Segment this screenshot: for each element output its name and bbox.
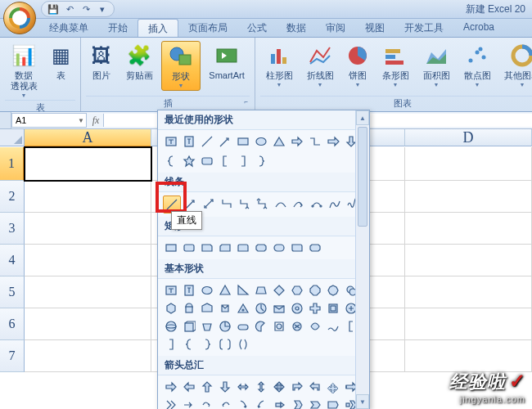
row-header-4[interactable]: 4 — [0, 245, 25, 276]
shapes-button[interactable]: 形状 ▼ — [161, 41, 201, 91]
tab-classic[interactable]: 经典菜单 — [39, 19, 98, 37]
shape-basic-35-icon[interactable] — [199, 336, 215, 353]
shape-star-icon[interactable] — [181, 153, 197, 169]
shape-brace-r-icon[interactable] — [253, 153, 269, 169]
shape-arrow-13-icon[interactable] — [199, 397, 215, 409]
shape-arrow-8-icon[interactable] — [307, 379, 323, 395]
cell-A1[interactable] — [25, 147, 151, 181]
shape-basic-2-icon[interactable] — [199, 282, 215, 299]
other-chart-button[interactable]: 其他图表▼ — [499, 41, 532, 89]
scatter-chart-button[interactable]: 散点图▼ — [458, 41, 496, 89]
shape-connector-icon[interactable] — [307, 133, 323, 150]
tab-view[interactable]: 视图 — [355, 19, 394, 37]
shape-triangle-icon[interactable] — [271, 133, 287, 150]
shape-basic-19-icon[interactable] — [307, 300, 323, 317]
cell-A2[interactable] — [25, 181, 151, 213]
picture-button[interactable]: 🖼 图片 — [86, 41, 117, 83]
shape-basic-20-icon[interactable] — [325, 300, 341, 317]
shape-basic-7-icon[interactable] — [289, 282, 305, 299]
shape-basic-29-icon[interactable] — [289, 318, 305, 335]
shape-rect3-icon[interactable] — [199, 240, 215, 256]
shape-arrow-icon[interactable] — [217, 133, 233, 150]
cell-D1[interactable] — [405, 147, 532, 181]
shape-basic-8-icon[interactable] — [307, 282, 323, 299]
panel-scrollbar[interactable]: ▲ ▼ — [355, 110, 369, 409]
redo-icon[interactable]: ↷ — [79, 2, 92, 16]
shape-textbox-icon[interactable] — [163, 133, 179, 150]
shape-basic-3-icon[interactable] — [217, 282, 233, 299]
shape-basic-13-icon[interactable] — [199, 300, 215, 317]
shape-basic-15-icon[interactable] — [235, 300, 251, 317]
shape-rect4-icon[interactable] — [217, 240, 233, 256]
shape-basic-30-icon[interactable] — [307, 318, 323, 335]
shape-arrow-15-icon[interactable] — [235, 397, 251, 409]
shape-elbow-darrow-icon[interactable] — [255, 196, 271, 212]
scroll-thumb[interactable] — [358, 127, 367, 227]
shape-arrow-16-icon[interactable] — [253, 397, 269, 409]
shape-arrow-19-icon[interactable] — [307, 397, 323, 409]
shape-basic-1-icon[interactable] — [181, 282, 197, 299]
shape-basic-22-icon[interactable] — [163, 318, 179, 335]
tab-review[interactable]: 审阅 — [316, 19, 355, 37]
shape-basic-26-icon[interactable] — [235, 318, 251, 335]
name-box[interactable]: A1▼ — [11, 113, 87, 128]
shape-rect1-icon[interactable] — [163, 240, 179, 256]
shape-arrow-9-icon[interactable] — [325, 379, 341, 395]
scroll-down-icon[interactable]: ▼ — [356, 394, 369, 409]
shape-arrow-20-icon[interactable] — [325, 397, 341, 409]
table-button[interactable]: ▦ 表 — [46, 41, 75, 83]
shape-arrow-14-icon[interactable] — [217, 397, 233, 409]
shape-basic-17-icon[interactable] — [271, 300, 287, 317]
shape-curve-arrow-icon[interactable] — [291, 196, 307, 212]
shape-arrow-18-icon[interactable] — [289, 397, 305, 409]
row-header-6[interactable]: 6 — [0, 308, 25, 340]
fx-icon[interactable]: fx — [88, 115, 103, 127]
tab-data[interactable]: 数据 — [277, 19, 316, 37]
shape-arrow-11-icon[interactable] — [163, 397, 179, 409]
shape-basic-28-icon[interactable] — [271, 318, 287, 335]
shape-arrow-line-icon[interactable] — [183, 196, 199, 212]
undo-icon[interactable]: ↶ — [63, 2, 76, 16]
shape-basic-11-icon[interactable] — [163, 300, 179, 317]
pie-chart-button[interactable]: 饼图▼ — [342, 41, 373, 89]
row-header-7[interactable]: 7 — [0, 340, 25, 372]
shape-blockarrow-icon[interactable] — [325, 133, 341, 150]
shape-brace-l-icon[interactable] — [163, 153, 179, 169]
shape-bracket-r-icon[interactable] — [235, 153, 251, 169]
shape-line-icon[interactable] — [199, 133, 215, 150]
tab-acrobat[interactable]: Acroba — [453, 19, 504, 37]
row-header-3[interactable]: 3 — [0, 213, 25, 245]
shape-bracket-l-icon[interactable] — [217, 153, 233, 169]
shape-roundrect-icon[interactable] — [199, 153, 215, 169]
shape-elbow-icon[interactable] — [219, 196, 235, 212]
shape-arrow-4-icon[interactable] — [235, 379, 251, 395]
row-header-2[interactable]: 2 — [0, 181, 25, 213]
bar-chart-button[interactable]: 条形图▼ — [376, 41, 414, 89]
shape-double-arrow-icon[interactable] — [201, 196, 217, 212]
shape-basic-6-icon[interactable] — [271, 282, 287, 299]
tab-formula[interactable]: 公式 — [237, 19, 277, 37]
shape-basic-31-icon[interactable] — [325, 318, 341, 335]
col-header-D[interactable]: D — [405, 129, 532, 146]
shape-basic-24-icon[interactable] — [199, 318, 215, 335]
shape-freeform-icon[interactable] — [327, 196, 343, 212]
shape-rect7-icon[interactable] — [271, 240, 287, 256]
shape-arrow-1-icon[interactable] — [181, 379, 197, 395]
column-chart-button[interactable]: 柱形图▼ — [260, 41, 298, 89]
shape-rect8-icon[interactable] — [289, 240, 305, 256]
col-header-A[interactable]: A — [25, 129, 151, 147]
shape-arrow-17-icon[interactable] — [271, 397, 287, 409]
tab-pagelayout[interactable]: 页面布局 — [178, 19, 237, 37]
tab-developer[interactable]: 开发工具 — [394, 19, 453, 37]
shape-rect2-icon[interactable] — [181, 240, 197, 256]
qat-dropdown-icon[interactable]: ▾ — [96, 2, 109, 16]
shape-basic-18-icon[interactable] — [289, 300, 305, 317]
shape-rect-icon[interactable] — [235, 133, 251, 150]
shape-basic-4-icon[interactable] — [235, 282, 251, 299]
shape-oval-icon[interactable] — [253, 133, 269, 150]
shape-arrow-7-icon[interactable] — [289, 379, 305, 395]
shape-basic-16-icon[interactable] — [253, 300, 269, 317]
shape-basic-37-icon[interactable] — [235, 336, 251, 353]
shape-basic-36-icon[interactable] — [217, 336, 233, 353]
shape-arrow-5-icon[interactable] — [253, 379, 269, 395]
